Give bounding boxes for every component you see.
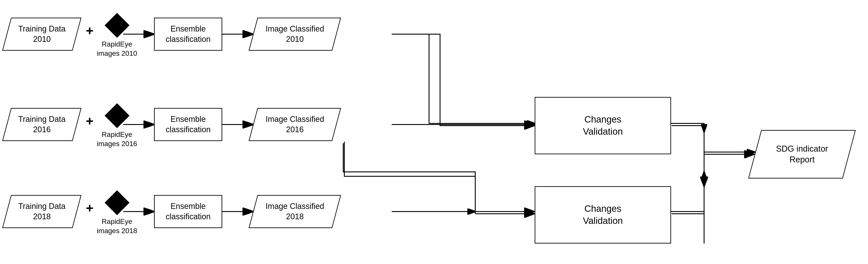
classified-2010: Image Classified 2010: [249, 18, 341, 51]
plus-sign-2: +: [86, 113, 94, 129]
plus-sign-1: +: [86, 23, 94, 38]
rapideye-2016: RapidEye images 2016: [97, 104, 137, 148]
ensemble-2010: Ensemble classification: [154, 18, 222, 51]
training-data-2018: Training Data 2018: [2, 195, 82, 228]
plus-sign-3: +: [86, 201, 94, 216]
classified-2016: Image Classified 2016: [249, 108, 341, 141]
changes-validation-2: Changes Validation: [535, 186, 671, 243]
classified-2018: Image Classified 2018: [249, 195, 341, 228]
ensemble-2018: Ensemble classification: [154, 195, 222, 228]
ensemble-2016: Ensemble classification: [154, 108, 222, 141]
sdg-report: SDG indicator Report: [748, 130, 856, 179]
workflow-diagram: Training Data 2010 + RapidEye images 201…: [0, 0, 868, 264]
changes-validation-1: Changes Validation: [535, 97, 671, 154]
rapideye-2018: RapidEye images 2018: [97, 191, 137, 235]
rapideye-2010: RapidEye images 2010: [97, 13, 137, 58]
training-data-2010: Training Data 2010: [2, 18, 82, 51]
training-data-2016: Training Data 2016: [2, 108, 82, 141]
